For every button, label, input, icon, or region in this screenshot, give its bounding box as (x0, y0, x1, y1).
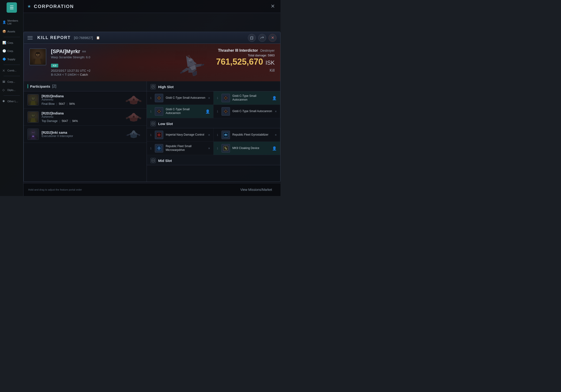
sidebar-item-corp-stats[interactable]: 📊 Corp. (1, 39, 22, 46)
svg-point-37 (32, 132, 33, 132)
slot-item[interactable]: 1 Gistii C-Type Small Autocannon × (147, 91, 214, 105)
ship-type-name: Thrasher III Interdictor (218, 48, 258, 52)
corp-stats-icon: 📊 (2, 41, 6, 44)
slot-item-icon (155, 107, 163, 116)
participant-2-percent: 94% (72, 120, 78, 123)
slot-item[interactable]: 1 Republic Fleet Small Microwarpdrive (147, 142, 214, 155)
sidebar-item-assets[interactable]: 📦 Assets (1, 28, 22, 35)
mid-slot-title: Mid Slot (147, 155, 280, 165)
kill-stats: Thrasher III Interdictor Destroyer Total… (214, 48, 275, 73)
sidebar-item-other-label: Other L... (8, 100, 18, 103)
corp-log-icon: 🕐 (2, 49, 6, 53)
svg-point-45 (225, 97, 227, 99)
sidebar-item-corp2[interactable]: 🏛 Corp... (1, 78, 22, 85)
participant-2-name: [R2D2]Indiana (42, 111, 121, 115)
kr-share-button[interactable] (258, 34, 266, 42)
slot-item-remove[interactable]: × (275, 109, 277, 113)
high-slot-icon (151, 84, 156, 89)
slot-item[interactable]: 1 Imperial Navy Damage Control × (147, 128, 214, 142)
kr-menu-button[interactable] (27, 34, 34, 41)
participant-row[interactable]: [R2D2]Indiana Ashimmu Top Damage | 5647 … (24, 109, 147, 126)
ship-info-line: Thrasher III Interdictor Destroyer (214, 48, 275, 53)
participant-3-name: [R2D2]Inki sama (42, 131, 121, 134)
participant-row[interactable]: [R2D2]Indiana Ashimmu Final Blow | 5647 … (24, 91, 147, 109)
slot-item-remove[interactable]: × (208, 133, 210, 137)
menu-button[interactable]: ☰ (7, 2, 17, 13)
svg-point-23 (132, 98, 135, 101)
kr-body: Participants [2] (24, 81, 280, 182)
header-close-button[interactable]: ✕ (269, 2, 277, 10)
supply-icon: 🔷 (2, 57, 6, 61)
participant-1-stats: Final Blow | 5647 | 94% (42, 102, 121, 106)
kill-report-panel: KILL REPORT [ID:7689827] 📋 ✕ (23, 32, 280, 182)
svg-point-28 (32, 115, 33, 115)
mid-slot-icon (151, 158, 156, 163)
isk-label: ISK (265, 59, 275, 66)
participants-count: [2] (52, 84, 56, 88)
sidebar-item-combat-label: Comb... (8, 69, 17, 72)
slots-panel: High Slot 1 (147, 81, 280, 182)
svg-rect-50 (152, 122, 155, 125)
participant-2-ship: Ashimmu (42, 115, 121, 119)
diplomacy-icon: ◇ (2, 88, 6, 92)
slot-item-user: 👤 (205, 109, 210, 114)
pilot-avatar (29, 48, 46, 65)
sidebar-divider-1 (3, 37, 20, 37)
svg-point-18 (32, 96, 34, 99)
corp2-icon: 🏛 (2, 80, 6, 83)
kill-info-section: [SPAI]Myrkr ≡≡ Warp Scramble Strength: 6… (24, 44, 280, 81)
sidebar-item-members-label: Members List (8, 19, 21, 25)
participants-list: [R2D2]Indiana Ashimmu Final Blow | 5647 … (24, 91, 147, 182)
slot-item-remove[interactable]: × (208, 146, 210, 150)
sidebar-item-supply[interactable]: 🔷 Supply (1, 55, 22, 63)
main-content: KILL REPORT [ID:7689827] 📋 ✕ (23, 13, 280, 196)
svg-point-8 (37, 54, 37, 55)
sidebar-item-members[interactable]: 👤 Members List (1, 17, 22, 27)
svg-rect-36 (32, 136, 34, 137)
slot-item-icon (222, 131, 230, 139)
pilot-menu-icon: ≡≡ (82, 50, 86, 53)
corp-star-icon: ★ (27, 4, 31, 9)
view-missions-button[interactable]: View Missions/Market (237, 186, 276, 193)
slot-item-user: 👤 (272, 96, 277, 100)
sidebar-item-diplomacy-label: Diplo... (8, 89, 15, 91)
slot-item[interactable]: 1 Gistii C-Type Small Autocannon × (214, 105, 280, 118)
low-slot-label: Low Slot (158, 122, 173, 126)
slot-item-name: MK9 Cloaking Device (232, 146, 270, 150)
high-slot-label: High Slot (158, 85, 174, 89)
svg-point-9 (39, 54, 39, 55)
sidebar-item-corp-log[interactable]: 🕐 Corp. (1, 47, 22, 54)
slot-item-remove[interactable]: × (208, 96, 210, 100)
assets-icon: 📦 (2, 30, 6, 33)
slot-num: 1 (217, 110, 219, 113)
slot-item-name: Gistii C-Type Small Autocannon (232, 94, 270, 101)
sidebar-item-diplomacy[interactable]: ◇ Diplo... (1, 86, 22, 94)
sidebar-item-other[interactable]: ✱ Other L... (1, 98, 22, 105)
slot-item[interactable]: 1 Gistii C-Type Small Autocannon 👤 (147, 105, 214, 118)
participant-2-damage: 5647 (62, 120, 68, 123)
participant-3-avatar (27, 129, 39, 140)
high-slot-title: High Slot (147, 81, 280, 91)
kr-close-button[interactable]: ✕ (269, 34, 277, 42)
slot-item[interactable]: 1 MK9 Cloaking Device 👤 (214, 142, 280, 155)
svg-point-47 (158, 110, 160, 113)
participant-row[interactable]: [R2D2]Inki sama Executioner II Intercept… (24, 126, 147, 143)
svg-point-34 (32, 131, 34, 133)
participant-3-info: [R2D2]Inki sama Executioner II Intercept… (42, 131, 121, 138)
participant-2-info: [R2D2]Indiana Ashimmu Top Damage | 5647 … (42, 111, 121, 123)
participant-1-percent: 94% (69, 102, 75, 106)
sidebar-item-combat[interactable]: ⚔ Comb... (1, 67, 22, 74)
participants-panel: Participants [2] (24, 81, 147, 182)
slot-item[interactable]: 1 Republic Fleet Gyrostabilizer × (214, 128, 280, 142)
slot-num: 1 (150, 147, 152, 150)
kr-clipboard-button[interactable] (248, 34, 256, 42)
participants-title-bar: Participants [2] (24, 81, 147, 91)
slot-item-remove[interactable]: × (275, 133, 277, 137)
bottom-bar: Hold and drag to adjust the feature port… (23, 183, 280, 196)
participant-1-ship-img (124, 95, 143, 105)
slot-item-name: Gistii C-Type Small Autocannon (166, 96, 206, 100)
header-title: CORPORATION (34, 4, 74, 9)
slot-item[interactable]: 1 Gistii C-Type Small Autocannon 👤 (214, 91, 280, 105)
participants-accent (27, 84, 28, 88)
participant-2-ship-img (124, 112, 143, 122)
